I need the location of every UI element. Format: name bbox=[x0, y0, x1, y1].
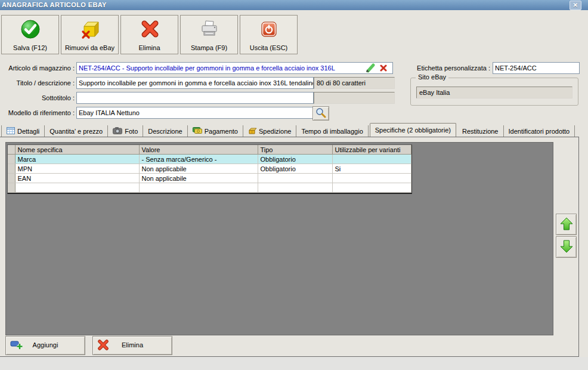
articolo-label: Articolo di magazzino : bbox=[0, 63, 75, 74]
row-selector[interactable] bbox=[8, 155, 15, 164]
tab-identificatori-prodotto[interactable]: Identificatori prodotto bbox=[504, 125, 575, 137]
char-counter: 80 di 80 caratteri bbox=[314, 77, 395, 89]
grid-gutter-header bbox=[8, 145, 15, 155]
print-button-label: Stampa (F9) bbox=[181, 44, 237, 51]
print-button[interactable]: Stampa (F9) bbox=[180, 15, 238, 54]
specifiche-tab-page: Nome specifica Valore Tipo Utilizzabile … bbox=[0, 137, 579, 357]
window-bottom-strip bbox=[0, 357, 588, 370]
money-icon bbox=[193, 127, 202, 135]
cell-name[interactable] bbox=[15, 183, 139, 193]
power-exit-icon bbox=[240, 17, 297, 41]
cell-varianti[interactable]: Si bbox=[332, 164, 411, 174]
delete-specific-button[interactable]: Elimina bbox=[92, 336, 172, 355]
move-up-button[interactable] bbox=[556, 214, 577, 235]
tab-quantita-prezzo[interactable]: Quantita' e prezzo bbox=[45, 125, 108, 137]
tab-dettagli[interactable]: Dettagli bbox=[1, 125, 45, 137]
cell-varianti[interactable] bbox=[332, 174, 411, 183]
arrow-down-icon bbox=[559, 239, 574, 255]
cell-valore[interactable]: Non applicabile bbox=[139, 174, 258, 183]
exit-button-label: Uscita (ESC) bbox=[240, 44, 297, 51]
table-row-mpn[interactable]: MPN Non applicabile Obbligatorio Si bbox=[8, 164, 411, 174]
grid-header-row: Nome specifica Valore Tipo Utilizzabile … bbox=[8, 145, 411, 155]
col-valore[interactable]: Valore bbox=[139, 145, 258, 155]
exit-button[interactable]: Uscita (ESC) bbox=[240, 15, 298, 54]
table-row-ean[interactable]: EAN Non applicabile bbox=[8, 174, 411, 183]
tab-specifiche[interactable]: Specifiche (2 obbligatorie) bbox=[370, 123, 456, 137]
etichetta-field[interactable]: NET-254/ACC bbox=[493, 62, 580, 74]
close-button[interactable]: ✕ bbox=[570, 1, 581, 10]
remove-from-ebay-button[interactable]: Rimuovi da eBay bbox=[61, 15, 119, 54]
col-nome-specifica[interactable]: Nome specifica bbox=[15, 145, 139, 155]
cell-tipo[interactable]: Obbligatorio bbox=[258, 155, 332, 164]
sottotitolo-field[interactable] bbox=[76, 92, 314, 104]
specifics-grid: Nome specifica Valore Tipo Utilizzabile … bbox=[7, 144, 412, 194]
cell-varianti[interactable] bbox=[332, 155, 411, 164]
col-varianti[interactable]: Utilizzabile per varianti bbox=[332, 145, 411, 155]
sito-ebay-group-label: Sito eBay bbox=[416, 73, 448, 81]
tab-foto-label: Foto bbox=[125, 128, 138, 135]
tab-identificatori-prodotto-label: Identificatori prodotto bbox=[509, 128, 570, 135]
table-row-empty[interactable] bbox=[8, 183, 411, 193]
tab-restituzione-label: Restituzione bbox=[462, 128, 499, 135]
cell-varianti[interactable] bbox=[332, 183, 411, 193]
tab-descrizione[interactable]: Descrizione bbox=[143, 125, 187, 137]
tab-specifiche-label: Specifiche (2 obbligatorie) bbox=[375, 127, 451, 134]
tab-descrizione-label: Descrizione bbox=[148, 128, 182, 135]
modello-label: Modello di riferimento : bbox=[0, 107, 75, 119]
move-down-button[interactable] bbox=[556, 236, 577, 258]
toolbar: Salva (F12) Rimuovi da eBay Elimina Stam… bbox=[1, 15, 298, 54]
tab-tempo-imballaggio[interactable]: Tempo di imballaggio bbox=[296, 125, 368, 137]
cell-tipo[interactable] bbox=[258, 174, 332, 183]
table-row-marca[interactable]: Marca - Senza marca/Generico - Obbligato… bbox=[8, 155, 411, 164]
magnifier-icon bbox=[315, 107, 326, 119]
tab-quantita-prezzo-label: Quantita' e prezzo bbox=[49, 128, 103, 135]
tab-pagamento[interactable]: Pagamento bbox=[188, 125, 243, 137]
arrow-up-icon bbox=[559, 217, 574, 232]
delete-button[interactable]: Elimina bbox=[120, 15, 178, 54]
delete-specific-button-label: Elimina bbox=[93, 341, 172, 349]
tab-dettagli-label: Dettagli bbox=[17, 128, 39, 135]
articolo-field[interactable]: NET-254/ACC - Supporto incollabile per g… bbox=[76, 62, 393, 74]
add-button-label: Aggiungi bbox=[6, 341, 85, 349]
search-model-button[interactable] bbox=[312, 106, 329, 121]
titolo-label: Titolo / descrizione : bbox=[0, 78, 75, 89]
sottotitolo-label: Sottotitolo : bbox=[0, 92, 75, 104]
save-check-icon bbox=[2, 17, 58, 41]
clear-article-icon[interactable] bbox=[380, 64, 387, 73]
grid-icon bbox=[7, 127, 15, 135]
edit-pencil-icon[interactable] bbox=[365, 63, 376, 74]
remove-from-ebay-label: Rimuovi da eBay bbox=[61, 44, 118, 51]
cell-tipo[interactable] bbox=[258, 183, 332, 193]
anagrafica-articolo-ebay-window: ANAGRAFICA ARTICOLO EBAY ✕ Salva (F12) R… bbox=[0, 0, 588, 370]
sottotitolo-counter bbox=[314, 92, 395, 104]
etichetta-label: Etichetta personalizzata : bbox=[410, 63, 490, 74]
camera-icon bbox=[113, 127, 122, 135]
row-selector[interactable] bbox=[8, 174, 15, 183]
row-selector[interactable] bbox=[8, 164, 15, 174]
titolo-field[interactable]: Supporto incollabile per gommoni in gomm… bbox=[76, 77, 314, 89]
tab-spedizione-label: Spedizione bbox=[259, 128, 291, 135]
cell-tipo[interactable]: Obbligatorio bbox=[258, 164, 332, 174]
tab-tempo-imballaggio-label: Tempo di imballaggio bbox=[301, 128, 363, 135]
cell-name[interactable]: MPN bbox=[15, 164, 139, 174]
tab-strip: Dettagli Quantita' e prezzo Foto Descriz… bbox=[1, 124, 575, 137]
title-bar: ANAGRAFICA ARTICOLO EBAY ✕ bbox=[0, 0, 588, 10]
add-specific-button[interactable]: Aggiungi bbox=[5, 336, 85, 355]
specifics-panel: Nome specifica Valore Tipo Utilizzabile … bbox=[5, 142, 553, 335]
modello-field[interactable]: Ebay ITALIA Nettuno bbox=[76, 107, 314, 119]
save-button-label: Salva (F12) bbox=[2, 44, 58, 51]
tab-foto[interactable]: Foto bbox=[108, 125, 143, 137]
row-selector[interactable] bbox=[8, 183, 15, 193]
tab-spedizione[interactable]: Spedizione bbox=[243, 125, 296, 137]
window-title: ANAGRAFICA ARTICOLO EBAY bbox=[2, 1, 107, 8]
cell-name[interactable]: EAN bbox=[15, 174, 139, 183]
col-tipo[interactable]: Tipo bbox=[258, 145, 332, 155]
package-icon bbox=[248, 127, 256, 135]
tab-pagamento-label: Pagamento bbox=[205, 128, 238, 135]
tab-restituzione[interactable]: Restituzione bbox=[457, 125, 504, 137]
cell-valore[interactable] bbox=[139, 183, 258, 193]
save-button[interactable]: Salva (F12) bbox=[1, 15, 59, 54]
cell-valore[interactable]: - Senza marca/Generico - bbox=[139, 155, 258, 164]
cell-name[interactable]: Marca bbox=[15, 155, 139, 164]
cell-valore[interactable]: Non applicabile bbox=[139, 164, 258, 174]
